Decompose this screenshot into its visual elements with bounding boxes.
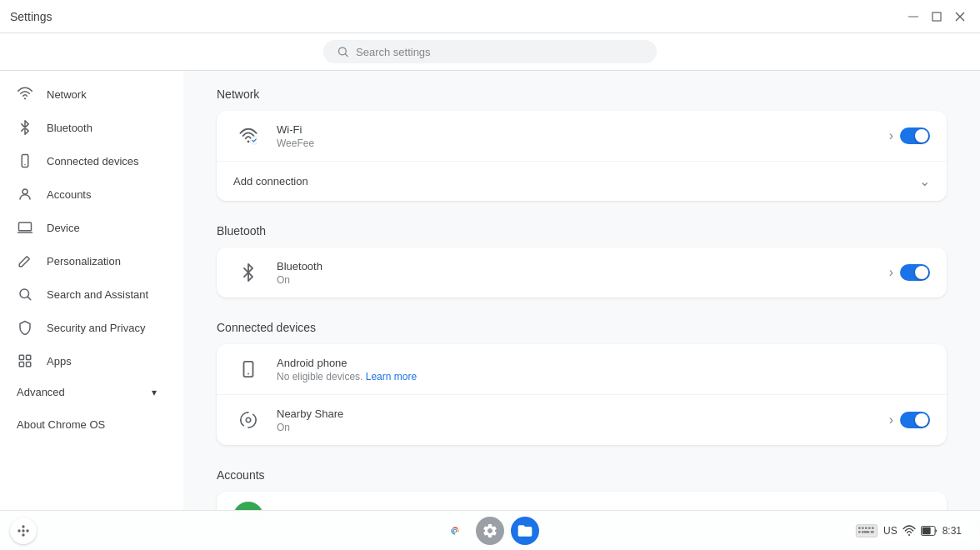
account-avatar: c — [233, 502, 263, 510]
svg-rect-1 — [932, 12, 941, 21]
sidebar-item-bluetooth-label: Bluetooth — [47, 122, 92, 134]
svg-rect-37 — [862, 531, 864, 533]
search-input-wrap — [323, 40, 657, 63]
bluetooth-chevron-icon: › — [889, 265, 893, 280]
bluetooth-label: Bluetooth — [277, 260, 889, 272]
search-bar — [0, 33, 980, 71]
sidebar-item-bluetooth[interactable]: Bluetooth — [0, 111, 173, 144]
maximize-button[interactable] — [927, 7, 947, 27]
files-taskbar-icon[interactable] — [511, 517, 539, 545]
pencil-icon — [17, 252, 33, 269]
svg-rect-36 — [858, 531, 861, 533]
sidebar-item-about[interactable]: About Chrome OS — [0, 410, 173, 439]
wifi-toggle[interactable] — [900, 128, 930, 144]
person-icon — [17, 186, 33, 202]
nearby-share-row[interactable]: Nearby Share On › — [217, 395, 947, 445]
sidebar: Network Bluetooth Connected devices — [0, 71, 183, 510]
bluetooth-toggle[interactable] — [900, 264, 930, 281]
sidebar-item-apps-label: Apps — [47, 355, 72, 368]
nearby-share-subtitle: On — [277, 422, 889, 433]
sidebar-item-security-privacy[interactable]: Security and Privacy — [0, 311, 173, 344]
window-title: Settings — [10, 10, 52, 23]
sidebar-item-network[interactable]: Network — [0, 78, 173, 111]
nearby-share-label: Nearby Share — [277, 408, 889, 420]
sidebar-item-search-assistant[interactable]: Search and Assistant — [0, 278, 173, 311]
minimize-button[interactable] — [903, 7, 923, 27]
accounts-section-title: Accounts — [217, 468, 947, 482]
laptop-icon — [17, 219, 33, 236]
taskbar-right: US 8:31 — [847, 521, 970, 541]
close-button[interactable] — [950, 7, 970, 27]
svg-point-22 — [18, 529, 20, 532]
battery-icon — [921, 525, 938, 537]
sidebar-item-device[interactable]: Device — [0, 211, 173, 244]
taskbar-wifi-icon — [902, 524, 916, 538]
clock: 8:31 — [942, 525, 962, 537]
svg-point-23 — [26, 529, 28, 532]
svg-rect-16 — [27, 362, 31, 367]
svg-rect-39 — [871, 531, 874, 533]
android-phone-content: Android phone No eligible devices. Learn… — [277, 357, 930, 382]
connected-devices-section: Connected devices Android phone — [217, 321, 947, 445]
phone-icon — [17, 152, 33, 169]
grid-icon — [17, 352, 33, 369]
svg-rect-33 — [865, 527, 868, 529]
svg-point-24 — [22, 525, 24, 528]
android-phone-row[interactable]: Android phone No eligible devices. Learn… — [217, 344, 947, 395]
main-content: Network — [183, 71, 980, 510]
nearby-share-toggle[interactable] — [900, 412, 930, 428]
bluetooth-actions: › — [889, 264, 930, 281]
sidebar-item-accounts[interactable]: Accounts — [0, 178, 173, 211]
bluetooth-section-title: Bluetooth — [217, 224, 947, 238]
sidebar-item-device-label: Device — [47, 222, 80, 234]
svg-rect-15 — [19, 362, 23, 367]
sidebar-item-search-assistant-label: Search and Assistant — [47, 288, 148, 301]
svg-rect-0 — [908, 16, 918, 17]
sidebar-item-connected-devices-label: Connected devices — [47, 155, 139, 168]
title-bar-controls — [903, 7, 970, 27]
svg-point-21 — [22, 529, 24, 532]
bluetooth-toggle-thumb — [915, 266, 928, 279]
search-icon — [337, 45, 349, 58]
svg-rect-32 — [862, 527, 864, 529]
svg-rect-31 — [858, 527, 861, 529]
svg-rect-35 — [872, 527, 874, 529]
wifi-row[interactable]: Wi-Fi WeeFee › — [217, 111, 947, 162]
network-section-title: Network — [217, 88, 947, 101]
bluetooth-row[interactable]: Bluetooth On › — [217, 248, 947, 298]
add-connection-chevron-icon: ⌄ — [919, 173, 930, 189]
sidebar-item-advanced[interactable]: Advanced ▾ — [0, 378, 173, 407]
android-phone-subtitle: No eligible devices. Learn more — [277, 371, 930, 382]
connected-devices-section-title: Connected devices — [217, 321, 947, 334]
nearby-share-content: Nearby Share On — [277, 408, 889, 433]
sidebar-item-network-label: Network — [47, 88, 87, 101]
taskbar-left — [10, 518, 37, 544]
sidebar-item-personalization[interactable]: Personalization — [0, 244, 173, 278]
svg-rect-38 — [864, 531, 870, 533]
taskbar-status-area[interactable]: US 8:31 — [847, 521, 970, 541]
android-phone-subtitle-text: No eligible devices. — [277, 371, 362, 382]
accounts-section: Accounts c Currently signed in as cros › — [217, 468, 947, 510]
wifi-subtitle: WeeFee — [277, 138, 889, 149]
bluetooth-section: Bluetooth Bluetooth On › — [217, 224, 947, 298]
chrome-taskbar-icon[interactable] — [441, 517, 469, 545]
account-signed-in-row[interactable]: c Currently signed in as cros › — [217, 492, 947, 510]
nearby-share-actions: › — [889, 412, 930, 428]
taskbar: US 8:31 — [0, 510, 980, 550]
bluetooth-row-icon — [233, 258, 263, 288]
sidebar-advanced-label: Advanced — [17, 386, 65, 398]
search-input[interactable] — [356, 46, 643, 58]
wifi-icon — [17, 86, 33, 102]
network-section: Network — [217, 88, 947, 201]
android-phone-icon — [233, 354, 263, 384]
svg-point-9 — [22, 189, 28, 194]
launcher-button[interactable] — [10, 518, 37, 544]
sidebar-item-connected-devices[interactable]: Connected devices — [0, 144, 173, 178]
nearby-share-toggle-thumb — [915, 413, 928, 427]
sidebar-item-apps[interactable]: Apps — [0, 344, 173, 378]
bluetooth-subtitle: On — [277, 274, 889, 286]
add-connection-row[interactable]: Add connection ⌄ — [217, 162, 947, 201]
android-phone-learn-more-link[interactable]: Learn more — [366, 371, 417, 382]
svg-line-12 — [28, 297, 30, 299]
settings-taskbar-icon[interactable] — [476, 517, 504, 545]
